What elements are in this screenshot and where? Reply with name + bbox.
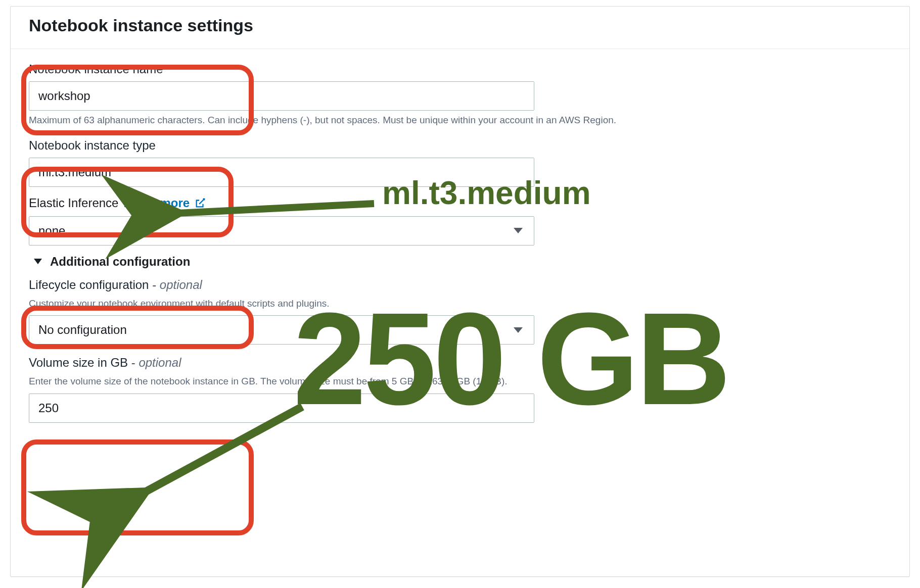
ei-value: none <box>38 224 65 238</box>
chevron-down-icon <box>514 228 523 233</box>
lifecycle-value: No configuration <box>38 323 127 337</box>
volume-hint: Enter the volume size of the notebook in… <box>29 375 891 388</box>
ei-learn-more-link[interactable]: Learn more <box>123 196 190 210</box>
settings-panel: Notebook instance settings Notebook inst… <box>10 6 910 577</box>
name-label: Notebook instance name <box>29 62 891 76</box>
caret-down-icon <box>34 259 42 264</box>
name-hint: Maximum of 63 alphanumeric characters. C… <box>29 114 891 127</box>
ei-select[interactable]: none <box>29 216 534 246</box>
volume-value: 250 <box>38 401 59 415</box>
type-value: ml.t3.medium <box>38 165 111 179</box>
volume-input[interactable]: 250 <box>29 394 534 423</box>
external-link-icon <box>195 198 206 209</box>
additional-config-label: Additional configuration <box>50 255 190 269</box>
lifecycle-select[interactable]: No configuration <box>29 315 534 345</box>
panel-title: Notebook instance settings <box>29 16 891 35</box>
name-input[interactable]: workshop <box>29 81 534 111</box>
chevron-down-icon <box>514 327 523 333</box>
name-value: workshop <box>38 89 90 103</box>
additional-config-expander[interactable]: Additional configuration <box>29 246 891 278</box>
type-label: Notebook instance type <box>29 138 891 153</box>
lifecycle-hint: Customize your notebook environment with… <box>29 297 891 311</box>
type-select[interactable]: ml.t3.medium <box>29 158 534 187</box>
lifecycle-label: Lifecycle configuration - optional <box>29 278 891 292</box>
panel-header: Notebook instance settings <box>11 7 909 49</box>
volume-label: Volume size in GB - optional <box>29 356 891 370</box>
ei-label: Elastic Inference <box>29 196 118 210</box>
